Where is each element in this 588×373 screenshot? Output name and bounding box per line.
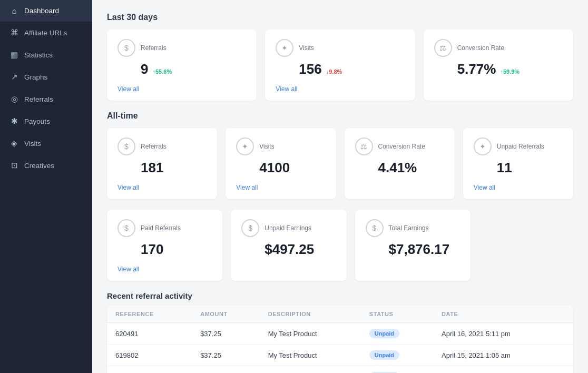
sidebar-item-label: Visits — [24, 140, 41, 148]
last30-title: Last 30 days — [107, 13, 573, 22]
sidebar-item-label: Referrals — [24, 95, 53, 103]
alltime-cards-row2: $ Paid Referrals 170 View all $ Unpaid E… — [107, 210, 573, 281]
card-unpaid-referrals-all: ✦ Unpaid Referrals 11 View all — [463, 128, 573, 199]
card-value: 4100 — [259, 160, 290, 176]
recent-activity-title: Recent referral activity — [107, 291, 573, 300]
sidebar-item-visits[interactable]: ◈ Visits — [0, 132, 92, 154]
view-all-link[interactable]: View all — [117, 184, 139, 191]
sidebar-item-dashboard[interactable]: ⌂ Dashboard — [0, 0, 92, 22]
sidebar-item-graphs[interactable]: ↗ Graphs — [0, 66, 92, 88]
col-reference: REFERENCE — [107, 306, 192, 323]
visits-icon-card: ✦ — [276, 39, 293, 57]
table-row: 619499 $37.25 My Test Product Unpaid Apr… — [107, 366, 573, 374]
last30-section: Last 30 days $ Referrals 9 55.6% View al… — [107, 13, 573, 101]
dollar-icon: $ — [117, 138, 135, 155]
table-row: 619802 $37.25 My Test Product Unpaid Apr… — [107, 345, 573, 366]
cell-reference: 620491 — [107, 323, 192, 345]
card-unpaid-earnings-all: $ Unpaid Earnings $497.25 — [231, 210, 346, 281]
sidebar: ⌂ Dashboard ⌘ Affiliate URLs ▦ Statistic… — [0, 0, 92, 373]
home-icon: ⌂ — [9, 6, 19, 15]
graph-icon: ↗ — [9, 72, 19, 82]
cell-description: My Test Product — [260, 345, 361, 366]
card-value: 9 — [141, 61, 148, 77]
cell-date: April 14, 2021 10:23 am — [433, 366, 573, 374]
card-label: Paid Referrals — [141, 224, 181, 232]
sidebar-item-payouts[interactable]: ✱ Payouts — [0, 110, 92, 132]
card-label: Conversion Rate — [378, 143, 425, 150]
main-content: Last 30 days $ Referrals 9 55.6% View al… — [92, 0, 588, 373]
sidebar-item-label: Dashboard — [24, 7, 59, 15]
col-amount: AMOUNT — [192, 306, 260, 323]
sidebar-item-statistics[interactable]: ▦ Statistics — [0, 44, 92, 66]
alltime-cards-row1: $ Referrals 181 View all ✦ Visits 4100 V… — [107, 128, 573, 199]
card-visits-all: ✦ Visits 4100 View all — [226, 128, 336, 199]
card-total-earnings-all: $ Total Earnings $7,876.17 — [355, 210, 471, 281]
card-value: $497.25 — [264, 241, 314, 258]
statistics-icon: ▦ — [9, 50, 19, 60]
table-row: 620491 $37.25 My Test Product Unpaid Apr… — [107, 323, 573, 345]
cell-reference: 619499 — [107, 366, 192, 374]
sidebar-item-label: Payouts — [24, 117, 50, 125]
col-description: DESCRIPTION — [260, 306, 361, 323]
badge-up: 59.9% — [500, 68, 520, 75]
cell-date: April 15, 2021 1:05 am — [433, 345, 573, 366]
cell-description: My Test Product — [260, 323, 361, 345]
card-referrals-all: $ Referrals 181 View all — [107, 128, 217, 199]
sidebar-item-label: Statistics — [24, 51, 53, 59]
cell-reference: 619802 — [107, 345, 192, 366]
card-referrals-30: $ Referrals 9 55.6% View all — [107, 30, 257, 101]
alltime-title: All-time — [107, 111, 573, 121]
card-value: 156 — [299, 61, 321, 77]
scale-icon: ⚖ — [434, 39, 452, 57]
last30-cards: $ Referrals 9 55.6% View all ✦ Visits 15… — [107, 30, 573, 101]
link-icon: ⌘ — [9, 28, 19, 37]
card-label: Referrals — [141, 143, 166, 150]
sidebar-item-label: Affiliate URLs — [24, 29, 67, 37]
card-value: 11 — [497, 160, 512, 176]
sidebar-item-creatives[interactable]: ⊡ Creatives — [0, 154, 92, 176]
card-value: 170 — [141, 241, 163, 258]
card-visits-30: ✦ Visits 156 9.8% View all — [265, 30, 415, 101]
payouts-icon: ✱ — [9, 116, 19, 126]
card-value: 181 — [141, 160, 163, 176]
status-badge: Unpaid — [369, 329, 399, 338]
sidebar-item-referrals[interactable]: ◎ Referrals — [0, 88, 92, 110]
view-all-link[interactable]: View all — [117, 85, 139, 93]
card-paid-referrals-all: $ Paid Referrals 170 View all — [107, 210, 222, 281]
dollar-icon: $ — [366, 219, 384, 237]
cell-description: My Test Product — [260, 366, 361, 374]
badge-up: 55.6% — [152, 68, 172, 75]
view-all-link[interactable]: View all — [276, 85, 297, 93]
referrals-icon: ◎ — [9, 94, 19, 104]
card-value: 5.77% — [457, 61, 496, 77]
view-all-link[interactable]: View all — [117, 266, 139, 273]
sidebar-item-label: Graphs — [24, 73, 47, 81]
recent-activity-section: Recent referral activity REFERENCE AMOUN… — [107, 291, 573, 373]
card-label: Unpaid Earnings — [264, 224, 311, 232]
card-value: 4.41% — [378, 160, 417, 176]
card-label: Visits — [299, 44, 313, 52]
cell-amount: $37.25 — [192, 323, 260, 345]
spacer — [479, 210, 573, 281]
dollar-icon: $ — [117, 39, 135, 57]
cell-status: Unpaid — [361, 323, 433, 345]
card-label: Visits — [259, 143, 274, 150]
view-all-link[interactable]: View all — [236, 184, 258, 191]
scale-icon: ⚖ — [355, 138, 373, 155]
card-label: Conversion Rate — [457, 44, 504, 52]
card-label: Unpaid Referrals — [497, 143, 544, 150]
sidebar-item-affiliate-urls[interactable]: ⌘ Affiliate URLs — [0, 22, 92, 44]
view-all-link[interactable]: View all — [474, 184, 495, 191]
creatives-icon: ⊡ — [9, 161, 19, 170]
dollar-icon: $ — [117, 219, 135, 237]
cell-status: Unpaid — [361, 345, 433, 366]
activity-table-container: REFERENCE AMOUNT DESCRIPTION STATUS DATE… — [107, 306, 573, 373]
card-value: $7,876.17 — [389, 241, 450, 258]
activity-table: REFERENCE AMOUNT DESCRIPTION STATUS DATE… — [107, 306, 573, 373]
table-header-row: REFERENCE AMOUNT DESCRIPTION STATUS DATE — [107, 306, 573, 323]
status-badge: Unpaid — [369, 350, 399, 360]
card-conversion-all: ⚖ Conversion Rate 4.41% — [345, 128, 455, 199]
col-date: DATE — [433, 306, 573, 323]
visits-icon-card: ✦ — [236, 138, 254, 155]
cell-date: April 16, 2021 5:11 pm — [433, 323, 573, 345]
